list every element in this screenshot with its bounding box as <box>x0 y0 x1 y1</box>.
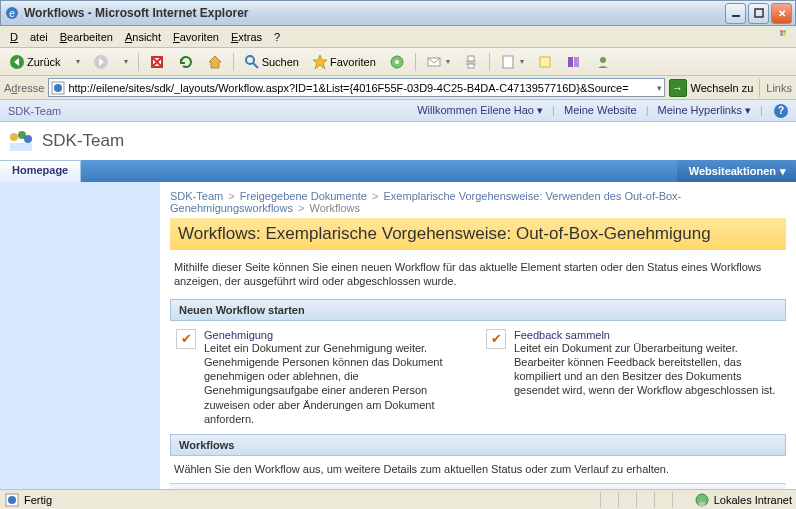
svg-point-13 <box>246 56 254 64</box>
mylinks-menu[interactable]: Meine Hyperlinks ▾ <box>658 104 751 116</box>
breadcrumb-link[interactable]: SDK-Team <box>170 190 223 202</box>
minimize-button[interactable] <box>725 3 746 24</box>
close-button[interactable]: ✕ <box>771 3 792 24</box>
refresh-button[interactable] <box>173 51 199 73</box>
svg-rect-6 <box>780 33 782 35</box>
feedback-icon: ✔ <box>486 329 506 349</box>
breadcrumb: SDK-Team > Freigegebene Dokumente > Exem… <box>170 188 786 218</box>
links-label[interactable]: Links <box>766 82 792 94</box>
site-path[interactable]: SDK-Team <box>8 105 415 117</box>
welcome-menu[interactable]: Willkommen Eilene Hao ▾ <box>417 104 543 116</box>
back-icon <box>9 54 25 70</box>
note-icon <box>537 54 553 70</box>
home-icon <box>207 54 223 70</box>
svg-rect-3 <box>755 9 763 17</box>
page-description: Mithilfe dieser Seite können Sie einen n… <box>170 250 786 299</box>
zone-text: Lokales Intranet <box>714 494 792 506</box>
left-nav <box>0 182 160 509</box>
media-icon <box>389 54 405 70</box>
print-icon <box>463 54 479 70</box>
svg-rect-19 <box>468 56 474 61</box>
svg-rect-24 <box>574 57 579 67</box>
media-button[interactable] <box>384 51 410 73</box>
address-input[interactable]: http://eilene/sites/sdk/_layouts/Workflo… <box>48 78 664 97</box>
back-label: Zurück <box>27 56 61 68</box>
svg-rect-4 <box>780 30 782 32</box>
approval-desc: Leitet ein Dokument zur Genehmigung weit… <box>204 341 470 427</box>
search-label: Suchen <box>262 56 299 68</box>
app-icon: e <box>4 5 20 21</box>
svg-rect-22 <box>540 57 550 67</box>
page-title: Workflows: Exemplarische Vorgehensweise:… <box>170 218 786 250</box>
mail-icon <box>426 54 442 70</box>
go-label[interactable]: Wechseln zu <box>691 82 754 94</box>
research-button[interactable] <box>561 51 587 73</box>
back-button[interactable]: Zurück <box>4 51 66 73</box>
svg-line-14 <box>253 63 258 68</box>
research-icon <box>566 54 582 70</box>
svg-rect-7 <box>783 33 785 35</box>
separator <box>489 53 490 71</box>
window-title: Workflows - Microsoft Internet Explorer <box>24 6 723 20</box>
workflow-option-feedback[interactable]: ✔ Feedback sammeln Leitet ein Dokument z… <box>486 329 780 427</box>
dropdown-icon[interactable]: ▾ <box>657 83 662 93</box>
sp-tabs: Homepage Websiteaktionen▾ <box>0 160 796 182</box>
note-button[interactable] <box>532 51 558 73</box>
separator <box>233 53 234 71</box>
star-icon <box>312 54 328 70</box>
select-hint: Wählen Sie den Workflow aus, um weitere … <box>170 456 786 482</box>
ie-page-icon <box>51 81 65 95</box>
svg-text:e: e <box>9 8 15 19</box>
tab-homepage[interactable]: Homepage <box>0 160 81 182</box>
status-bar: Fertig Lokales Intranet <box>0 489 796 509</box>
messenger-icon <box>595 54 611 70</box>
stop-icon <box>149 54 165 70</box>
forward-dropdown[interactable] <box>117 54 133 69</box>
menu-view[interactable]: Ansicht <box>119 29 167 45</box>
status-text: Fertig <box>24 494 52 506</box>
windows-flag-icon <box>774 28 792 46</box>
back-dropdown[interactable] <box>69 54 85 69</box>
menu-extras[interactable]: Extras <box>225 29 268 45</box>
help-icon[interactable]: ? <box>774 104 788 118</box>
menu-help[interactable]: ? <box>268 29 286 45</box>
search-button[interactable]: Suchen <box>239 51 304 73</box>
site-actions-menu[interactable]: Websiteaktionen▾ <box>677 160 796 182</box>
breadcrumb-link[interactable]: Freigegebene Dokumente <box>240 190 367 202</box>
print-button[interactable] <box>458 51 484 73</box>
separator <box>138 53 139 71</box>
main-content: SDK-Team > Freigegebene Dokumente > Exem… <box>160 182 796 509</box>
svg-point-33 <box>8 496 16 504</box>
svg-rect-20 <box>468 64 474 68</box>
svg-rect-23 <box>568 57 573 67</box>
svg-rect-21 <box>503 56 513 68</box>
refresh-icon <box>178 54 194 70</box>
mail-button[interactable] <box>421 51 455 73</box>
feedback-title: Feedback sammeln <box>514 329 780 341</box>
favorites-label: Favoriten <box>330 56 376 68</box>
svg-point-27 <box>54 84 62 92</box>
go-button[interactable]: → <box>669 79 687 97</box>
site-title[interactable]: SDK-Team <box>42 131 124 151</box>
mysite-link[interactable]: Meine Website <box>564 104 637 116</box>
svg-rect-35 <box>699 502 705 506</box>
menu-edit[interactable]: Bearbeiten <box>54 29 119 45</box>
address-bar: Adresse http://eilene/sites/sdk/_layouts… <box>0 76 796 100</box>
workflow-option-approval[interactable]: ✔ Genehmigung Leitet ein Dokument zur Ge… <box>176 329 470 427</box>
breadcrumb-current: Workflows <box>309 202 360 214</box>
menu-favorites[interactable]: Favoriten <box>167 29 225 45</box>
forward-button[interactable] <box>88 51 114 73</box>
messenger-button[interactable] <box>590 51 616 73</box>
approval-title: Genehmigung <box>204 329 470 341</box>
search-icon <box>244 54 260 70</box>
home-button[interactable] <box>202 51 228 73</box>
maximize-button[interactable] <box>748 3 769 24</box>
stop-button[interactable] <box>144 51 170 73</box>
svg-point-25 <box>600 57 606 63</box>
done-icon <box>4 492 20 508</box>
window-titlebar: e Workflows - Microsoft Internet Explore… <box>0 0 796 26</box>
menu-file[interactable]: Datei <box>4 29 54 45</box>
favorites-button[interactable]: Favoriten <box>307 51 381 73</box>
sp-topnav: SDK-Team Willkommen Eilene Hao ▾ | Meine… <box>0 100 796 122</box>
edit-button[interactable] <box>495 51 529 73</box>
